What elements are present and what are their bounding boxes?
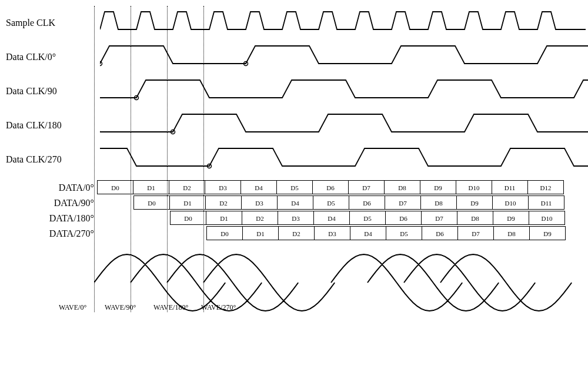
data-cell: D4 [277,195,313,210]
data-cell: D8 [420,195,457,210]
data-cell: D1 [169,195,206,210]
data-cell: D8 [384,180,420,194]
data-cell: D7 [348,180,385,194]
data-cell: D8 [493,226,530,240]
data-cell: D2 [278,226,315,240]
data-cell: D3 [278,211,314,225]
data-cell: D10 [492,195,529,210]
data-row-d180: DATA/180°D0D1D2D3D4D5D6D7D8D9D10 [6,211,582,226]
cells-d0: D0D1D2D3D4D5D6D7D8D9D10D11D12 [98,180,582,195]
data-cell: D1 [133,180,169,194]
wave-data-clk-180 [100,108,588,142]
label-d270: DATA/270° [6,228,98,239]
data-cell: D7 [457,226,494,240]
cells-d90: D0D1D2D3D4D5D6D7D8D9D10D11 [98,195,582,211]
data-row-d0: DATA/0°D0D1D2D3D4D5D6D7D8D9D10D11D12 [6,180,582,195]
row-data-clk-90: Data CLK/90 [6,74,582,108]
cells-d270: D0D1D2D3D4D5D6D7D8D9 [98,226,582,241]
data-section: DATA/0°D0D1D2D3D4D5D6D7D8D9D10D11D12DATA… [6,180,582,241]
wave-section: WAVE/0° WAVE/90° WAVE/180° WAVE/270° [6,241,582,324]
data-cell: D5 [386,226,422,240]
label-data-clk-90: Data CLK/90 [6,86,100,97]
label-d0: DATA/0° [6,183,98,193]
data-cell: D6 [349,195,385,210]
data-cell: D6 [385,211,422,225]
timing-diagram: Sample CLK Data CLK/0° Data CLK/90 [6,6,582,324]
row-data-clk-270: Data CLK/270 [6,142,582,177]
label-wave-0: WAVE/0° [59,303,103,312]
data-cell: D7 [385,195,421,210]
data-cell: D1 [206,211,242,225]
wave-data-clk-270 [100,142,588,177]
data-cell: D4 [240,180,277,194]
data-cell: D10 [456,180,492,194]
data-cell: D0 [170,211,206,225]
cells-d180: D0D1D2D3D4D5D6D7D8D9D10 [98,211,582,226]
data-cell: D6 [312,180,349,194]
label-wave-270: WAVE/270° [201,303,236,312]
wave-sample-clk [100,6,588,40]
data-cell: D9 [456,195,493,210]
row-sample-clk: Sample CLK [6,6,582,40]
wave-labels-row: WAVE/0° WAVE/90° WAVE/180° WAVE/270° [59,303,236,312]
data-cell: D0 [206,226,243,240]
data-cell: D2 [169,180,205,194]
data-cell: D11 [492,180,528,194]
row-data-clk-0: Data CLK/0° [6,40,582,74]
label-d90: DATA/90° [6,198,98,208]
data-cell: D9 [493,211,529,225]
data-cell: D2 [242,211,278,225]
data-cell: D10 [529,211,565,225]
data-cell: D12 [527,180,564,194]
data-cell: D0 [133,195,170,210]
label-wave-90: WAVE/90° [105,303,152,312]
label-data-clk-270: Data CLK/270 [6,154,100,165]
label-data-clk-180: Data CLK/180 [6,120,100,131]
data-cell: D5 [313,195,349,210]
wave-data-clk-0 [100,40,588,74]
row-data-clk-180: Data CLK/180 [6,108,582,142]
data-cell: D3 [241,195,278,210]
label-d180: DATA/180° [6,213,98,224]
label-sample-clk: Sample CLK [6,18,100,28]
data-cell: D9 [420,180,456,194]
data-cell: D1 [242,226,279,240]
label-wave-180: WAVE/180° [153,303,199,312]
data-cell: D0 [97,180,133,194]
data-cell: D2 [205,195,242,210]
data-cell: D3 [314,226,350,240]
data-cell: D5 [349,211,386,225]
data-cell: D6 [422,226,458,240]
data-cell: D11 [528,195,564,210]
label-data-clk-0: Data CLK/0° [6,52,100,62]
data-cell: D9 [529,226,566,240]
data-row-d270: DATA/270°D0D1D2D3D4D5D6D7D8D9 [6,226,582,241]
data-cell: D8 [457,211,493,225]
data-cell: D5 [276,180,313,194]
data-cell: D3 [205,180,241,194]
data-cell: D7 [421,211,457,225]
wave-data-clk-90 [100,74,588,108]
data-row-d90: DATA/90°D0D1D2D3D4D5D6D7D8D9D10D11 [6,195,582,211]
data-cell: D4 [313,211,350,225]
data-cell: D4 [350,226,386,240]
